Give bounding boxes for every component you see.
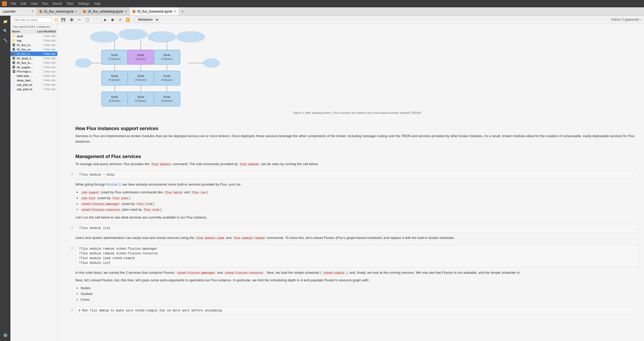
tab-bar: Launcher ✕ 01_flux_tutorial.ipynb ✕ 02_f… xyxy=(0,7,644,16)
file-item[interactable]: 🖼 Flux-logo.s... 3 days ago xyxy=(10,69,57,74)
menu-view[interactable]: View xyxy=(29,1,40,6)
file-date: 3 days ago xyxy=(37,52,56,55)
file-item[interactable]: 📁 img 3 days ago xyxy=(10,38,57,43)
side-icons: 📁 🔍 🔧 ⚙️ xyxy=(0,16,10,341)
col-name-header[interactable]: Name xyxy=(12,30,35,33)
nb-stop-btn[interactable]: ⏹ xyxy=(109,17,116,23)
cell-3: [ ]: !flux module remove sched-fluxion-q… xyxy=(63,244,639,267)
notebook-toolbar: 💾 ➕ ✂ 📋 📄 ▶ ⏹ ↺ ⏩ Markdown Code Raw Pyth… xyxy=(58,16,644,24)
tbon-diagram: Node (Follower) Node (Leader) Node (Foll… xyxy=(63,26,639,120)
svg-rect-14 xyxy=(128,50,154,64)
side-icon-search[interactable]: 🔍 xyxy=(2,27,9,35)
menu-bar: File Edit View Run Kernel Tabs Settings … xyxy=(0,0,644,7)
file-name: 06_supple... xyxy=(17,66,36,69)
section2-title: Management of Flux services xyxy=(75,154,638,159)
svg-point-2 xyxy=(147,31,176,43)
file-item[interactable]: 📄 sub_job2.sh 3 days ago xyxy=(10,87,57,91)
resource-list: Nodes Sockets Cores xyxy=(81,285,638,303)
cell-4-code[interactable]: # Run flux dmesg to make sure sched-simp… xyxy=(76,306,639,315)
menu-file[interactable]: File xyxy=(9,1,18,6)
notebook-area: 💾 ➕ ✂ 📋 📄 ▶ ⏹ ↺ ⏩ Markdown Code Raw Pyth… xyxy=(58,16,644,341)
menu-run[interactable]: Run xyxy=(40,1,50,6)
svg-rect-35 xyxy=(102,92,128,106)
tab-flux-scheduling-close[interactable]: ✕ xyxy=(125,10,127,13)
svg-text:(Follower): (Follower) xyxy=(135,99,147,102)
tab-launcher[interactable]: Launcher ✕ xyxy=(0,7,37,15)
file-item[interactable]: 📓 05_flux_tu... 3 days ago xyxy=(10,60,57,65)
svg-rect-17 xyxy=(154,50,180,64)
cell-3-code[interactable]: !flux module remove sched-fluxion-qmanag… xyxy=(76,245,639,267)
nb-add-cell-btn[interactable]: ➕ xyxy=(68,17,75,23)
file-item[interactable]: 📓 03_flux_fr... 3 days ago xyxy=(10,52,57,56)
file-name: dyad xyxy=(17,35,36,38)
file-icon: 🖼 xyxy=(12,70,16,73)
load-remove-section: Users and system administrators can easi… xyxy=(63,234,639,244)
menu-tabs[interactable]: Tabs xyxy=(65,1,75,6)
load-remove-para: Users and system administrators can easi… xyxy=(75,235,638,241)
svg-text:(Leader): (Leader) xyxy=(136,58,146,60)
new-tab-button[interactable]: + xyxy=(179,9,187,14)
file-item[interactable]: 📓 06_supple... 3 days ago xyxy=(10,65,57,69)
nb-restart-btn[interactable]: ↺ xyxy=(117,17,123,23)
svg-text:Node: Node xyxy=(111,74,118,77)
file-icon: 📓 xyxy=(12,61,16,64)
menu-settings[interactable]: Settings xyxy=(76,1,91,6)
file-date: 3 days ago xyxy=(37,88,56,91)
tab-launcher-close[interactable]: ✕ xyxy=(31,10,34,13)
file-list-header: Name Last Modified xyxy=(10,29,57,34)
file-item[interactable]: 📄 hello-batc... 3 days ago xyxy=(10,74,57,78)
cell-type-dropdown[interactable]: Markdown Code Raw xyxy=(135,17,159,23)
file-item[interactable]: 📓 01_flux_tu... 3 days ago xyxy=(10,43,57,47)
cell-3-input: [ ]: !flux module remove sched-fluxion-q… xyxy=(63,245,639,267)
new-folder-btn[interactable]: 📁 xyxy=(53,17,58,23)
bullet-job-ingest: job-ingest (used by Flux submission comm… xyxy=(81,189,638,195)
file-item[interactable]: 📄 sub_job1.sh 3 days ago xyxy=(10,82,57,87)
file-date: 3 days ago xyxy=(37,79,56,82)
nb-copy-btn[interactable]: 📋 xyxy=(83,17,91,23)
file-date: 3 days ago xyxy=(37,66,56,69)
module2-section: While going through Module 2, we have al… xyxy=(63,180,639,224)
section1: How Flux instances support services Serv… xyxy=(63,120,639,148)
tab-flux-tutorial-close[interactable]: ✕ xyxy=(75,10,77,13)
cell-1-code[interactable]: !flux module --help xyxy=(76,171,639,179)
side-icon-files[interactable]: 📁 xyxy=(2,18,9,25)
svg-text:Node: Node xyxy=(164,95,170,98)
file-date: 3 days ago xyxy=(37,48,56,51)
file-date: 3 days ago xyxy=(37,83,56,86)
bullet-cores: Cores xyxy=(81,297,638,303)
search-input[interactable] xyxy=(12,17,52,23)
section1-title: How Flux instances support services xyxy=(75,126,638,131)
side-icon-extensions[interactable]: 🔧 xyxy=(2,37,9,44)
svg-rect-11 xyxy=(102,50,128,64)
tab-flux-scheduling[interactable]: 02_flux_scheduling.ipynb ✕ xyxy=(80,7,130,15)
bullet-sched-qmanager: sched-fluxion-qmanager (used by flux tre… xyxy=(81,201,638,207)
menu-help[interactable]: Help xyxy=(92,1,103,6)
reload-para: Next, let's reload Fluxion, but, this ti… xyxy=(75,278,638,283)
module2-link[interactable]: Module 2 xyxy=(107,182,120,186)
file-name: sub_job2.sh xyxy=(17,88,36,91)
file-item[interactable]: 📓 04_dyad_d... 3 days ago xyxy=(10,56,57,60)
svg-point-4 xyxy=(75,58,92,68)
nb-run-btn[interactable]: ▶ xyxy=(103,17,108,23)
nb-save-btn[interactable]: 💾 xyxy=(60,17,67,23)
side-icon-settings[interactable]: ⚙️ xyxy=(2,332,9,339)
bullet-nodes: Nodes xyxy=(81,285,638,291)
tab-flux-framework-close[interactable]: ✕ xyxy=(174,10,176,13)
nb-cut-btn[interactable]: ✂ xyxy=(76,17,82,23)
tab-flux-tutorial[interactable]: 01_flux_tutorial.ipynb ✕ xyxy=(37,7,80,15)
file-item[interactable]: 📄 sleep_batc... 3 days ago xyxy=(10,78,57,82)
menu-kernel[interactable]: Kernel xyxy=(51,1,64,6)
menu-edit[interactable]: Edit xyxy=(19,1,28,6)
nb-paste-btn[interactable]: 📄 xyxy=(92,17,99,23)
nb-runall-btn[interactable]: ⏩ xyxy=(124,17,131,23)
tab-flux-framework[interactable]: 03_flux_framework.ipynb ✕ xyxy=(130,7,179,16)
svg-text:(Follower): (Follower) xyxy=(109,99,120,102)
module2-para: While going through Module 2, we have al… xyxy=(75,182,638,187)
file-icon: 📓 xyxy=(12,52,16,55)
cell-2-code[interactable]: !flux module list xyxy=(76,224,639,232)
bullet-sockets: Sockets xyxy=(81,291,638,297)
svg-rect-38 xyxy=(128,92,154,106)
file-item[interactable]: 📁 dyad 3 days ago xyxy=(10,34,57,38)
file-item[interactable]: 📓 02_flux_sc... 3 days ago xyxy=(10,47,57,52)
flux-module-code2: flux module xyxy=(239,163,260,166)
